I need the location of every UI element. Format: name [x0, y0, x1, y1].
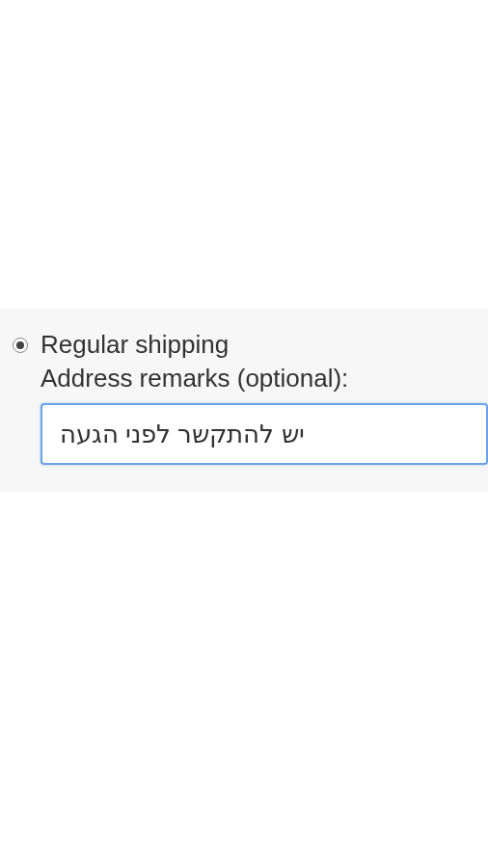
radio-regular-shipping[interactable]: [13, 338, 28, 353]
radio-wrapper: [10, 335, 31, 356]
remarks-input-wrapper: [0, 403, 488, 465]
shipping-option-regular[interactable]: Regular shipping: [0, 330, 488, 360]
shipping-form-section: Regular shipping Address remarks (option…: [0, 309, 488, 492]
remarks-label-row: Address remarks (optional):: [0, 364, 488, 393]
shipping-option-label: Regular shipping: [41, 330, 229, 360]
address-remarks-label: Address remarks (optional):: [41, 364, 488, 393]
address-remarks-input[interactable]: [41, 403, 488, 465]
